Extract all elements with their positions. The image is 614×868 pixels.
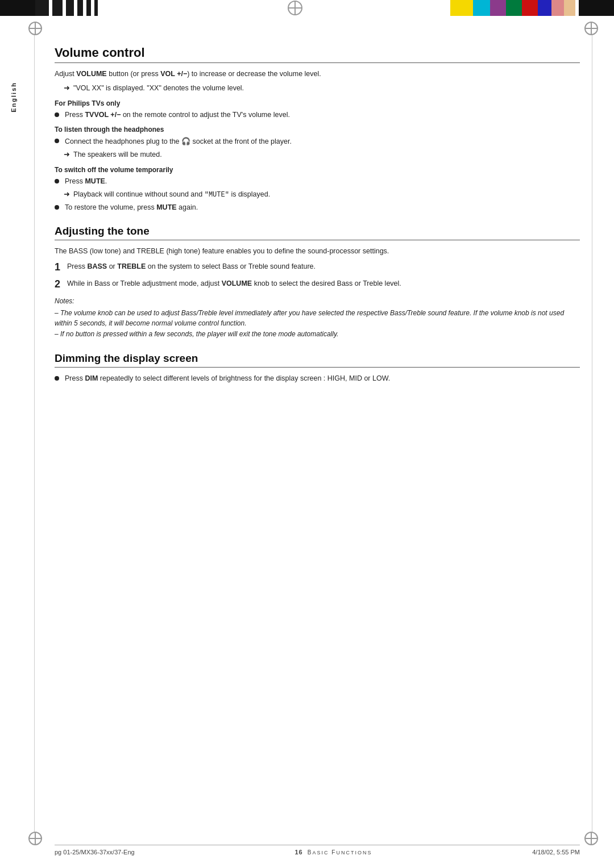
adjusting-tone-title: Adjusting the tone xyxy=(55,225,580,240)
bullet-dot-icon-2 xyxy=(55,139,59,143)
crosshair-top-center xyxy=(288,1,302,15)
volume-control-title: Volume control xyxy=(55,45,580,63)
footer-page-label: 16 BASIC FUNCTIONS xyxy=(294,849,372,856)
step-number-1: 1 xyxy=(55,261,60,274)
philips-label: For Philips TVs only xyxy=(55,99,580,107)
crosshair-top-right xyxy=(584,22,598,35)
mute-label: To switch off the volume temporarily xyxy=(55,166,580,174)
main-content: Volume control Adjust VOLUME button (or … xyxy=(55,45,580,396)
mute-bullet: Press MUTE. xyxy=(55,176,580,187)
page-footer: pg 01-25/MX36-37xx/37-Eng 16 BASIC FUNCT… xyxy=(55,845,580,856)
adjusting-tone-section: Adjusting the tone The BASS (low tone) a… xyxy=(55,225,580,339)
note-1: – The volume knob can be used to adjust … xyxy=(55,308,580,329)
dimming-title: Dimming the display screen xyxy=(55,352,580,368)
arrow-icon-3: ➜ xyxy=(64,189,70,200)
headphones-arrow: ➜ The speakers will be muted. xyxy=(64,149,580,160)
crosshair-bottom-left xyxy=(28,832,42,845)
mute-arrow: ➜ Playback will continue without sound a… xyxy=(64,189,580,200)
crosshair-top-left xyxy=(28,22,42,35)
tone-notes: Notes: – The volume knob can be used to … xyxy=(55,296,580,339)
headphones-label: To listen through the headphones xyxy=(55,126,580,133)
basic-functions-label: BASIC FUNCTIONS xyxy=(308,849,372,856)
headphone-icon: 🎧 xyxy=(181,137,190,145)
volume-intro-text: Adjust VOLUME button (or press VOL +/−) … xyxy=(55,69,580,80)
volume-control-section: Volume control Adjust VOLUME button (or … xyxy=(55,45,580,212)
tone-step1: 1 Press BASS or TREBLE on the system to … xyxy=(55,261,580,274)
bullet-dot-icon xyxy=(55,112,59,117)
right-border-line xyxy=(592,30,592,834)
tone-intro-text: The BASS (low tone) and TREBLE (high ton… xyxy=(55,246,580,257)
bullet-dot-icon-4 xyxy=(55,205,59,210)
tone-step2: 2 While in Bass or Treble adjustment mod… xyxy=(55,278,580,291)
philips-bullet: Press TVVOL +/− on the remote control to… xyxy=(55,110,580,120)
headphones-bullet: Connect the headphones plug to the 🎧 soc… xyxy=(55,136,580,147)
top-color-bar xyxy=(0,0,614,16)
side-language-label: English xyxy=(9,80,18,115)
arrow-icon-2: ➜ xyxy=(64,149,70,160)
vol-display-arrow: ➜ "VOL XX" is displayed. "XX" denotes th… xyxy=(64,83,580,94)
dimming-bullet: Press DIM repeatedly to select different… xyxy=(55,373,580,384)
notes-label: Notes: xyxy=(55,296,580,307)
crosshair-bottom-right xyxy=(584,832,598,845)
arrow-icon: ➜ xyxy=(64,83,70,94)
restore-bullet: To restore the volume, press MUTE again. xyxy=(55,202,580,213)
footer-right-text: 4/18/02, 5:55 PM xyxy=(532,849,580,856)
mute-display-text: "MUTE" xyxy=(205,191,229,199)
footer-left-text: pg 01-25/MX36-37xx/37-Eng xyxy=(55,849,135,856)
bullet-dot-icon-5 xyxy=(55,376,59,381)
step-number-2: 2 xyxy=(55,278,60,291)
note-2: – If no button is pressed within a few s… xyxy=(55,329,580,340)
left-border-line xyxy=(34,30,35,834)
dimming-section: Dimming the display screen Press DIM rep… xyxy=(55,352,580,384)
bullet-dot-icon-3 xyxy=(55,179,59,183)
